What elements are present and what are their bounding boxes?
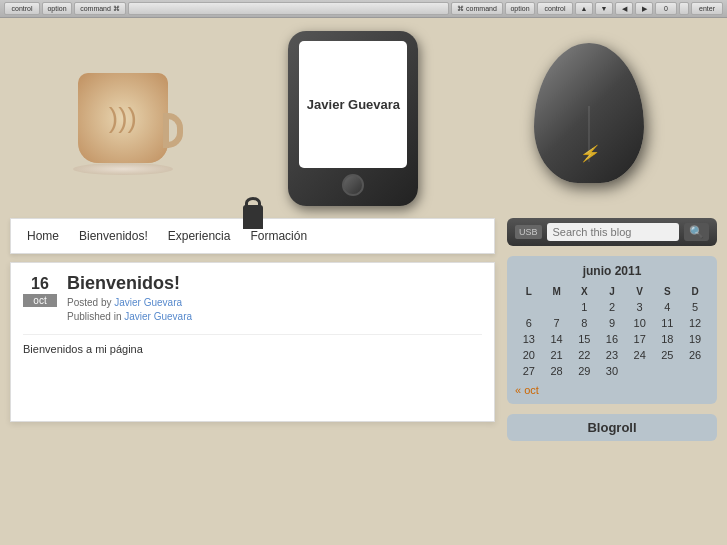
blogroll-title: Blogroll — [515, 420, 709, 435]
cal-cell-1-1: 7 — [543, 315, 571, 331]
nav-formacion[interactable]: Formación — [250, 229, 307, 243]
calendar-title: junio 2011 — [515, 264, 709, 278]
key-control-right: control — [537, 2, 573, 15]
date-day: 16 — [23, 273, 57, 294]
nav-bienvenidos[interactable]: Bienvenidos! — [79, 229, 148, 243]
category-link[interactable]: Javier Guevara — [124, 311, 192, 322]
cal-cell-3-5: 25 — [654, 347, 682, 363]
date-month: oct — [23, 294, 57, 307]
cal-cell-4-1: 28 — [543, 363, 571, 379]
desktop: ))) Javier Guevara ⚡ — [0, 18, 727, 545]
search-input[interactable] — [553, 226, 673, 238]
cal-day-m: M — [543, 284, 571, 299]
date-badge: 16 oct — [23, 273, 57, 307]
cal-cell-0-0 — [515, 299, 543, 315]
cup-handle — [163, 113, 183, 148]
desktop-decorations: ))) Javier Guevara ⚡ — [0, 18, 727, 218]
post-body: Bienvenidos a mi página — [23, 334, 482, 355]
key-right: ▶ — [635, 2, 653, 15]
key-up: ▲ — [575, 2, 593, 15]
cal-cell-4-3: 30 — [598, 363, 626, 379]
sidebar: USB 🔍 junio 2011 L M X J V — [507, 218, 717, 441]
key-command-left: command ⌘ — [74, 2, 126, 15]
post-header: 16 oct Bienvenidos! Posted by Javier Gue… — [23, 273, 482, 322]
cal-cell-2-4: 17 — [626, 331, 654, 347]
key-0: 0 — [655, 2, 677, 15]
cal-day-s: S — [654, 284, 682, 299]
cal-cell-3-3: 23 — [598, 347, 626, 363]
usb-icon: USB — [515, 225, 542, 239]
post-title: Bienvenidos! — [67, 273, 192, 294]
cal-cell-2-6: 19 — [681, 331, 709, 347]
cal-cell-4-0: 27 — [515, 363, 543, 379]
wifi-symbol: ))) — [109, 102, 137, 134]
cal-cell-2-1: 14 — [543, 331, 571, 347]
phone-button — [342, 174, 364, 196]
cal-cell-4-2: 29 — [570, 363, 598, 379]
calendar-widget: junio 2011 L M X J V S D — [507, 256, 717, 404]
post-info: Bienvenidos! Posted by Javier Guevara Pu… — [67, 273, 192, 322]
key-down: ▼ — [595, 2, 613, 15]
cal-cell-3-1: 21 — [543, 347, 571, 363]
calendar-week-2: 13141516171819 — [515, 331, 709, 347]
mouse-logo: ⚡ — [579, 144, 599, 163]
calendar-week-0: 12345 — [515, 299, 709, 315]
cal-cell-3-2: 22 — [570, 347, 598, 363]
nav-home[interactable]: Home — [27, 229, 59, 243]
mouse: ⚡ — [534, 43, 644, 183]
mouse-container: ⚡ — [524, 43, 654, 193]
calendar-nav: « oct — [515, 384, 709, 396]
cal-day-l: L — [515, 284, 543, 299]
cal-cell-2-0: 13 — [515, 331, 543, 347]
cal-cell-1-0: 6 — [515, 315, 543, 331]
cal-cell-0-3: 2 — [598, 299, 626, 315]
content-area: Home Bienvenidos! Experiencia Formación … — [10, 218, 495, 441]
cal-cell-0-5: 4 — [654, 299, 682, 315]
cal-cell-3-0: 20 — [515, 347, 543, 363]
calendar-grid: L M X J V S D 12345678910111213141516171… — [515, 284, 709, 379]
cal-cell-4-4 — [626, 363, 654, 379]
key-left: ◀ — [615, 2, 633, 15]
cal-cell-3-4: 24 — [626, 347, 654, 363]
key-option-right: option — [505, 2, 535, 15]
post-meta-author: Posted by Javier Guevara — [67, 297, 192, 308]
keyboard-strip: control option command ⌘ ⌘ command optio… — [0, 0, 727, 18]
calendar-body: 1234567891011121314151617181920212223242… — [515, 299, 709, 379]
blog-post: 16 oct Bienvenidos! Posted by Javier Gue… — [10, 262, 495, 422]
cal-cell-1-6: 12 — [681, 315, 709, 331]
coffee-cup: ))) — [73, 53, 183, 183]
cup-saucer — [73, 163, 173, 175]
cal-cell-0-1 — [543, 299, 571, 315]
nav-experiencia[interactable]: Experiencia — [168, 229, 231, 243]
cal-cell-1-4: 10 — [626, 315, 654, 331]
phone: Javier Guevara — [288, 31, 418, 206]
search-box: USB 🔍 — [507, 218, 717, 246]
cal-cell-1-3: 9 — [598, 315, 626, 331]
search-button[interactable]: 🔍 — [684, 223, 709, 241]
prev-month-link[interactable]: « oct — [515, 384, 539, 396]
cal-day-x: X — [570, 284, 598, 299]
posted-by-label: Posted by — [67, 297, 111, 308]
key-space — [128, 2, 449, 15]
key-option: option — [42, 2, 72, 15]
key-dot — [679, 2, 689, 15]
search-input-container — [547, 223, 679, 241]
calendar-week-3: 20212223242526 — [515, 347, 709, 363]
published-label: Published in — [67, 311, 121, 322]
phone-screen-text: Javier Guevara — [307, 97, 400, 112]
cal-cell-3-6: 26 — [681, 347, 709, 363]
phone-screen: Javier Guevara — [299, 41, 407, 168]
main-layout: Home Bienvenidos! Experiencia Formación … — [0, 218, 727, 441]
nav-links: Home Bienvenidos! Experiencia Formación — [11, 223, 323, 249]
blogroll-widget: Blogroll — [507, 414, 717, 441]
cal-cell-0-6: 5 — [681, 299, 709, 315]
cal-day-j: J — [598, 284, 626, 299]
key-control: control — [4, 2, 40, 15]
cal-cell-2-3: 16 — [598, 331, 626, 347]
key-enter: enter — [691, 2, 723, 15]
cal-day-d: D — [681, 284, 709, 299]
cup-body: ))) — [78, 73, 168, 163]
author-link[interactable]: Javier Guevara — [114, 297, 182, 308]
cal-cell-4-6 — [681, 363, 709, 379]
calendar-week-1: 6789101112 — [515, 315, 709, 331]
